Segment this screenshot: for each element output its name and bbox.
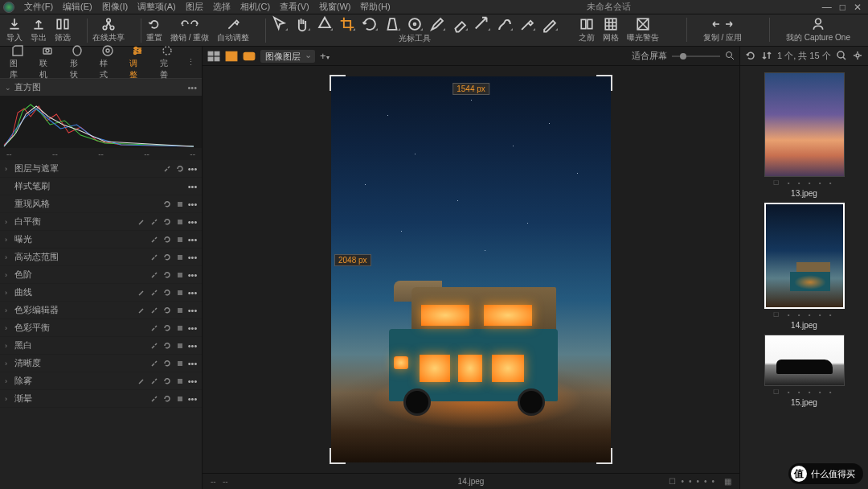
tab-adjust[interactable]: 调整 <box>123 43 151 82</box>
copy-apply-button[interactable]: 复制 / 应用 <box>703 18 742 43</box>
view-grid-icon[interactable] <box>207 51 220 62</box>
svg-rect-20 <box>208 51 213 55</box>
menu-image[interactable]: 图像(I) <box>97 1 133 13</box>
reset-sec-icon[interactable] <box>175 164 184 173</box>
undo-redo-button[interactable]: 撤销 / 重做 <box>170 18 209 43</box>
section-color-balance[interactable]: ›色彩平衡••• <box>0 319 202 337</box>
menu-adjust[interactable]: 调整项(A) <box>133 1 181 13</box>
browser-refresh-icon[interactable] <box>745 50 756 63</box>
section-bw[interactable]: ›黑白••• <box>0 337 202 355</box>
crop-tool-icon[interactable] <box>338 17 356 31</box>
grid-button[interactable]: 网格 <box>603 18 619 43</box>
tab-refine[interactable]: 完善 <box>154 43 182 82</box>
reset-sec-icon[interactable] <box>162 199 171 208</box>
menu-help[interactable]: 帮助(H) <box>355 1 395 13</box>
browser-search-icon[interactable] <box>836 50 847 63</box>
section-color-editor[interactable]: ›色彩编辑器••• <box>0 302 202 319</box>
zoom-label[interactable]: 适合屏幕 <box>632 50 667 62</box>
crop-handle-tl[interactable] <box>330 75 346 91</box>
svg-point-26 <box>727 51 732 57</box>
menu-layer[interactable]: 图层 <box>181 1 208 13</box>
menu-window[interactable]: 视窗(W) <box>314 1 356 13</box>
window-close-icon[interactable]: ✕ <box>854 2 862 13</box>
rating-box-icon[interactable]: ☐ <box>669 477 676 486</box>
search-zoom-icon[interactable] <box>725 51 735 62</box>
section-vignette[interactable]: ›渐晕••• <box>0 390 202 408</box>
reset-button[interactable]: 重置 <box>146 18 162 43</box>
tab-more-icon[interactable]: ⋮ <box>183 57 199 68</box>
shape-tool-icon[interactable] <box>316 17 334 31</box>
pointer-tool-icon[interactable] <box>271 17 289 31</box>
more-icon[interactable]: ••• <box>188 182 197 191</box>
viewer-footer-left: -- -- <box>211 477 228 486</box>
section-style-brush[interactable]: 样式笔刷••• <box>0 178 202 195</box>
browser-settings-icon[interactable] <box>852 50 863 63</box>
window-minimize-icon[interactable]: — <box>822 2 832 13</box>
section-clarity[interactable]: ›清晰度••• <box>0 355 202 372</box>
crop-height-badge: 2048 px <box>334 254 371 266</box>
section-menu-icon[interactable]: ••• <box>187 83 197 92</box>
section-histogram[interactable]: ⌄直方图 ••• <box>0 79 202 97</box>
section-dehaze[interactable]: ›除雾••• <box>0 372 202 390</box>
section-hdr[interactable]: ›高动态范围••• <box>0 249 202 266</box>
keystone-tool-icon[interactable] <box>383 17 401 31</box>
my-capture-one-button[interactable]: 我的 Capture One <box>786 18 850 43</box>
picker-tool-icon[interactable] <box>518 17 536 31</box>
view-multi-icon[interactable] <box>243 51 256 62</box>
export-button[interactable]: 导出 <box>31 18 47 43</box>
canvas[interactable]: 1544 px 2048 px <box>203 66 739 473</box>
crop-handle-br[interactable] <box>596 448 612 464</box>
menu-camera[interactable]: 相机(C) <box>235 1 275 13</box>
rating-fill-icon[interactable]: ▦ <box>724 477 731 486</box>
add-layer-icon[interactable]: +▾ <box>320 50 330 62</box>
svg-point-6 <box>414 23 416 25</box>
heal-tool-icon[interactable] <box>496 17 514 31</box>
view-single-icon[interactable] <box>225 51 238 62</box>
section-curves[interactable]: ›曲线••• <box>0 284 202 302</box>
rating-dots[interactable]: ••••• <box>681 477 719 486</box>
online-share-button[interactable]: 在线共享 <box>92 18 125 43</box>
zoom-slider[interactable] <box>672 51 720 61</box>
auto-adjust-button[interactable]: 自动调整 <box>217 18 249 43</box>
browser-sort-icon[interactable] <box>761 50 772 63</box>
browser-panel: 1 个, 共 15 个 ☐ • • • • • 13.jpeg ☐ • • • … <box>739 47 868 489</box>
svg-point-15 <box>106 49 109 52</box>
before-button[interactable]: 之前 <box>579 18 595 43</box>
menu-bar: 文件(F) 编辑(E) 图像(I) 调整项(A) 图层 选择 相机(C) 查看(… <box>0 0 868 14</box>
exposure-warning-button[interactable]: 曝光警告 <box>627 18 659 43</box>
more-icon[interactable]: ••• <box>188 199 197 208</box>
copy-icon[interactable] <box>162 164 171 173</box>
rotate-tool-icon[interactable] <box>361 17 379 31</box>
hand-tool-icon[interactable] <box>293 17 311 31</box>
annotation-tool-icon[interactable] <box>541 17 559 31</box>
menu-edit[interactable]: 编辑(E) <box>58 1 97 13</box>
app-logo-icon <box>3 2 14 13</box>
tab-shape[interactable]: 形状 <box>63 43 92 82</box>
crop-handle-tr[interactable] <box>596 75 612 91</box>
menu-select[interactable]: 选择 <box>208 1 235 13</box>
section-reproduce[interactable]: 重现风格••• <box>0 195 202 213</box>
layer-select[interactable]: 图像图层 <box>260 50 315 63</box>
crop-handle-bl[interactable] <box>330 448 346 464</box>
list-icon[interactable] <box>175 199 184 208</box>
filter-button[interactable]: 筛选 <box>55 18 71 43</box>
spot-tool-icon[interactable] <box>406 17 424 31</box>
menu-file[interactable]: 文件(F) <box>19 1 58 13</box>
menu-view[interactable]: 查看(V) <box>275 1 314 13</box>
section-exposure[interactable]: ›曝光••• <box>0 231 202 249</box>
tab-style[interactable]: 样式 <box>93 43 121 82</box>
window-maximize-icon[interactable]: □ <box>840 2 845 13</box>
section-white-balance[interactable]: ›白平衡••• <box>0 213 202 231</box>
thumbnail-15[interactable]: ☐ • • • • • 15.jpeg <box>764 335 845 407</box>
import-button[interactable]: 导入 <box>6 18 23 43</box>
tab-tether[interactable]: 联机 <box>33 43 61 82</box>
thumbnail-13[interactable]: ☐ • • • • • 13.jpeg <box>764 72 845 198</box>
section-levels[interactable]: ›色阶••• <box>0 266 202 284</box>
section-layers[interactable]: ›图层与遮罩••• <box>0 160 202 178</box>
gradient-tool-icon[interactable] <box>473 17 491 31</box>
thumbnail-14[interactable]: ☐ • • • • • 14.jpeg <box>764 203 845 330</box>
brush-tool-icon[interactable] <box>428 17 446 31</box>
more-icon[interactable]: ••• <box>188 164 197 173</box>
tab-library[interactable]: 图库 <box>3 43 31 82</box>
eraser-tool-icon[interactable] <box>451 17 469 31</box>
